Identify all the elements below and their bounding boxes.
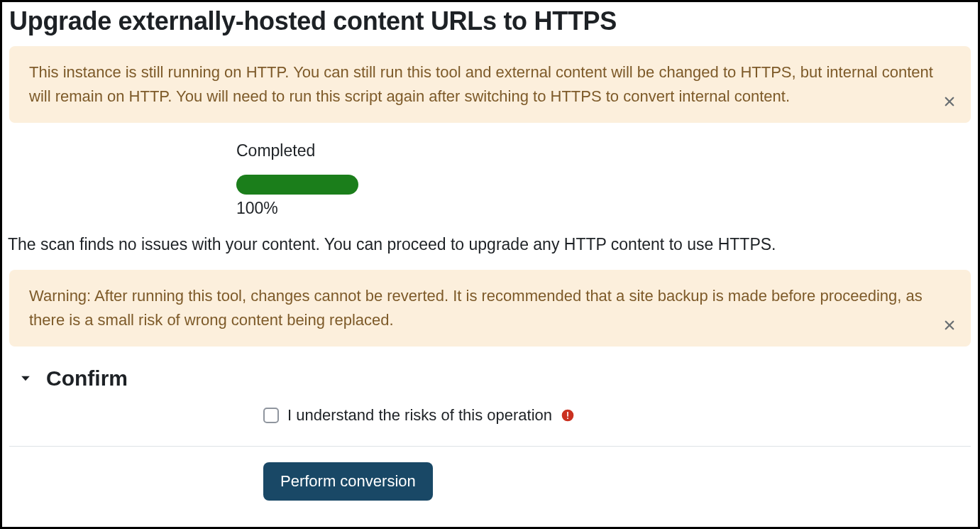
- page-title: Upgrade externally-hosted content URLs t…: [9, 6, 971, 36]
- progress-bar: [236, 175, 358, 195]
- close-icon[interactable]: [941, 317, 958, 334]
- understand-risks-checkbox[interactable]: [263, 408, 279, 423]
- svg-rect-6: [567, 418, 568, 420]
- svg-rect-5: [567, 412, 568, 417]
- alert-http-notice: This instance is still running on HTTP. …: [9, 46, 971, 123]
- alert-revert-warning-text: Warning: After running this tool, change…: [29, 287, 923, 329]
- required-icon: [561, 408, 575, 422]
- section-divider: [9, 446, 971, 447]
- progress-block: Completed 100%: [236, 141, 971, 218]
- close-icon[interactable]: [941, 93, 958, 110]
- confirm-section-toggle[interactable]: Confirm: [18, 366, 971, 391]
- alert-http-notice-text: This instance is still running on HTTP. …: [29, 63, 933, 105]
- perform-conversion-button[interactable]: Perform conversion: [263, 462, 433, 501]
- confirm-checkbox-row: I understand the risks of this operation: [263, 406, 971, 446]
- progress-percent: 100%: [236, 199, 971, 218]
- understand-risks-label: I understand the risks of this operation: [287, 406, 552, 425]
- confirm-heading: Confirm: [46, 366, 128, 391]
- alert-revert-warning: Warning: After running this tool, change…: [9, 270, 971, 347]
- progress-status-label: Completed: [236, 141, 971, 160]
- scan-result-text: The scan finds no issues with your conte…: [8, 235, 971, 254]
- chevron-down-icon: [18, 371, 33, 386]
